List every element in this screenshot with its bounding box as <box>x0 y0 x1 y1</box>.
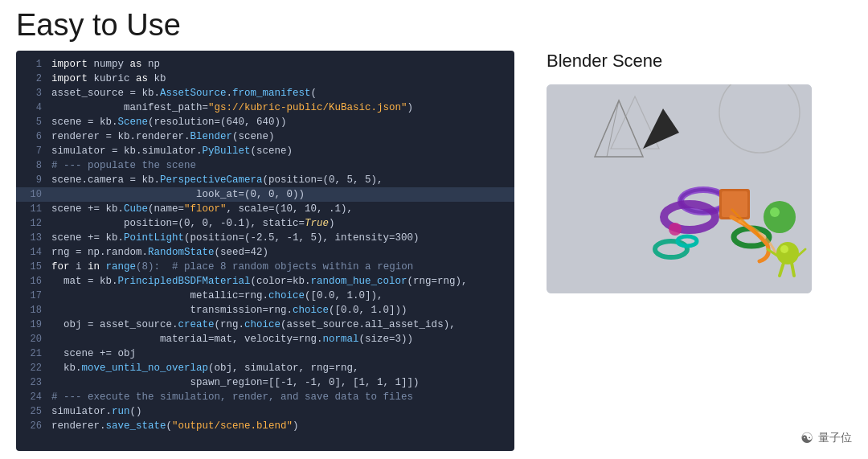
svg-point-15 <box>776 242 799 264</box>
code-line: 13scene += kb.PointLight(position=(-2.5,… <box>16 231 514 245</box>
svg-rect-0 <box>547 84 812 293</box>
code-line: 5scene = kb.Scene(resolution=(640, 640)) <box>16 115 514 129</box>
code-line: 18 transmission=rng.choice([0.0, 1.0])) <box>16 303 514 318</box>
svg-point-13 <box>764 201 796 233</box>
code-line: 24# --- execute the simulation, render, … <box>16 390 514 404</box>
code-line: 3asset_source = kb.AssetSource.from_mani… <box>16 86 514 100</box>
code-line: 11scene += kb.Cube(name="floor", scale=(… <box>16 202 514 216</box>
code-block: 1import numpy as np2import kubric as kb3… <box>16 51 514 451</box>
blender-scene-title: Blender Scene <box>547 51 852 72</box>
page-title: Easy to Use <box>16 8 852 43</box>
code-line: 9scene.camera = kb.PerspectiveCamera(pos… <box>16 173 514 187</box>
code-line: 20 material=mat, velocity=rng.normal(siz… <box>16 332 514 346</box>
watermark: ☯ 量子位 <box>800 429 852 447</box>
code-line: 12 position=(0, 0, -0.1), static=True) <box>16 216 514 231</box>
code-line: 14rng = np.random.RandomState(seed=42) <box>16 245 514 260</box>
watermark-icon: ☯ <box>800 429 813 447</box>
code-line: 19 obj = asset_source.create(rng.choice(… <box>16 318 514 332</box>
code-line: 15for i in range(8): # place 8 random ob… <box>16 260 514 274</box>
code-line: 6renderer = kb.renderer.Blender(scene) <box>16 129 514 144</box>
code-line: 8# --- populate the scene <box>16 158 514 173</box>
code-line: 21 scene += obj <box>16 346 514 361</box>
code-line: 1import numpy as np <box>16 57 514 72</box>
code-line: 17 metallic=rng.choice([0.0, 1.0]), <box>16 289 514 303</box>
code-line: 2import kubric as kb <box>16 72 514 86</box>
svg-point-16 <box>780 245 788 253</box>
svg-point-14 <box>770 207 780 217</box>
code-line: 26renderer.save_state("output/scene.blen… <box>16 419 514 433</box>
code-line: 4 manifest_path="gs://kubric-public/KuBa… <box>16 100 514 115</box>
code-line: 23 spawn_region=[[-1, -1, 0], [1, 1, 1]]… <box>16 375 514 390</box>
watermark-text: 量子位 <box>818 431 852 445</box>
blender-scene-image <box>547 84 812 293</box>
code-line: 25simulator.run() <box>16 404 514 419</box>
code-line: 7simulator = kb.simulator.PyBullet(scene… <box>16 144 514 158</box>
code-line: 16 mat = kb.PrincipledBSDFMaterial(color… <box>16 274 514 289</box>
svg-point-21 <box>669 223 682 236</box>
code-line: 22 kb.move_until_no_overlap(obj, simulat… <box>16 361 514 375</box>
code-line: 10 look_at=(0, 0, 0)) <box>16 187 514 202</box>
